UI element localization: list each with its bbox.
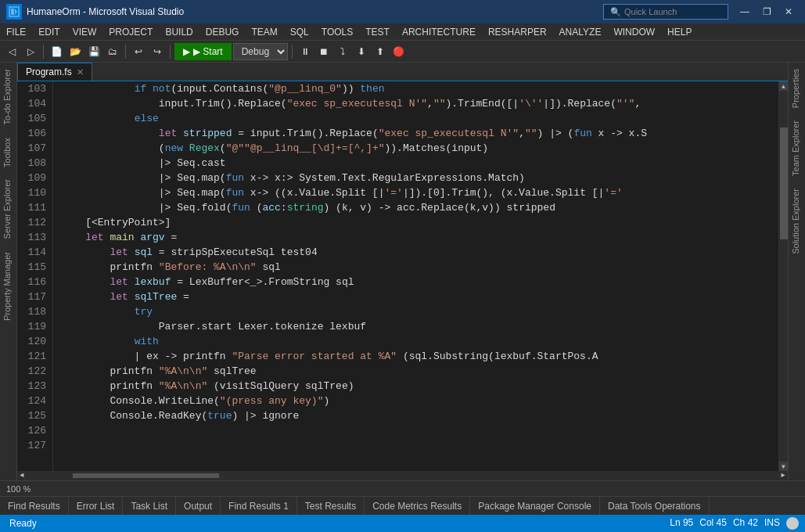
line-number: 107 [23, 141, 46, 156]
svg-marker-2 [15, 9, 17, 15]
save-button[interactable]: 💾 [85, 43, 102, 60]
step-in-button[interactable]: ⬇ [353, 43, 370, 60]
vertical-scrollbar[interactable]: ▲ ▼ [778, 81, 788, 471]
menu-architecture[interactable]: ARCHITECTURE [396, 23, 482, 40]
line-number: 110 [23, 185, 46, 200]
code-line: let stripped = input.Trim().Replace("exe… [61, 126, 778, 141]
scroll-track[interactable] [779, 91, 788, 462]
tab-error-list[interactable]: Error List [69, 497, 124, 515]
code-line: input.Trim().Replace("exec sp_executesql… [61, 96, 778, 111]
status-ch[interactable]: Ch 42 [730, 517, 761, 530]
line-number: 103 [23, 81, 46, 96]
sidebar-item-properties[interactable]: Properties [789, 63, 805, 114]
sidebar-item-toolbox[interactable]: Toolbox [0, 131, 16, 174]
sidebar-item-team-explorer[interactable]: Team Explorer [789, 114, 805, 182]
sidebar-item-solution-explorer[interactable]: Solution Explorer [789, 182, 805, 261]
line-number: 105 [23, 111, 46, 126]
menu-help[interactable]: HELP [661, 23, 698, 40]
tab-output[interactable]: Output [176, 497, 221, 515]
line-number: 114 [23, 245, 46, 260]
new-file-button[interactable]: 📄 [48, 43, 65, 60]
status-ins[interactable]: INS [761, 517, 783, 530]
h-scroll-track[interactable] [36, 472, 769, 480]
sidebar-item-server-explorer[interactable]: Server Explorer [0, 173, 16, 245]
tab-program-fs[interactable]: Program.fs ✕ [17, 63, 92, 81]
code-line: |> Seq.fold(fun (acc:string) (k, v) -> a… [61, 200, 778, 215]
scroll-right-arrow[interactable]: ► [778, 472, 788, 480]
step-out-button[interactable]: ⬆ [372, 43, 389, 60]
line-number: 125 [23, 408, 46, 423]
tab-task-list[interactable]: Task List [123, 497, 176, 515]
stop-button[interactable]: ⏹ [315, 43, 332, 60]
status-ln[interactable]: Ln 95 [667, 517, 696, 530]
back-button[interactable]: ◁ [3, 43, 20, 60]
tab-label: Program.fs [26, 66, 72, 77]
menu-project[interactable]: PROJECT [102, 23, 159, 40]
redo-button[interactable]: ↪ [149, 43, 166, 60]
close-button[interactable]: ✕ [778, 4, 799, 20]
menu-team[interactable]: TEAM [245, 23, 283, 40]
sidebar-item-todo[interactable]: To-do Explorer [0, 63, 16, 131]
code-line: Console.ReadKey(true) |> ignore [61, 408, 778, 423]
menu-window[interactable]: WINDOW [607, 23, 661, 40]
tab-find-results[interactable]: Find Results [0, 497, 69, 515]
pause-button[interactable]: ⏸ [296, 43, 314, 60]
svg-marker-1 [11, 9, 14, 15]
undo-button[interactable]: ↩ [130, 43, 147, 60]
quick-launch-label: Quick Launch [624, 7, 677, 16]
code-line: try [61, 304, 778, 319]
line-number: 106 [23, 126, 46, 141]
tab-close-icon[interactable]: ✕ [77, 67, 84, 77]
toolbar-separator-2 [125, 45, 126, 59]
save-all-button[interactable]: 🗂 [104, 43, 121, 60]
scroll-thumb[interactable] [780, 128, 788, 239]
line-numbers: 1031041051061071081091101111121131141151… [17, 81, 53, 471]
h-scroll-thumb[interactable] [73, 473, 219, 478]
left-sidebar: To-do Explorer Toolbox Server Explorer P… [0, 63, 17, 480]
step-over-button[interactable]: ⤵ [334, 43, 351, 60]
status-ready: Ready [6, 518, 40, 529]
line-number: 127 [23, 438, 46, 453]
scroll-left-arrow[interactable]: ◄ [17, 472, 27, 480]
code-line: [<EntryPoint>] [61, 215, 778, 230]
sidebar-item-property-manager[interactable]: Property Manager [0, 246, 16, 327]
horizontal-scrollbar[interactable]: ◄ ► [17, 471, 788, 480]
maximize-button[interactable]: ❐ [756, 4, 777, 20]
quick-launch-box[interactable]: 🔍 Quick Launch [603, 4, 728, 20]
line-number: 126 [23, 423, 46, 438]
tab-package-manager[interactable]: Package Manager Console [470, 497, 600, 515]
status-col[interactable]: Col 45 [696, 517, 730, 530]
debug-dropdown[interactable]: Debug [233, 43, 288, 60]
code-line: printfn "%A\n\n" (visitSqlQuery sqlTree) [61, 379, 778, 394]
tab-code-metrics[interactable]: Code Metrics Results [365, 497, 470, 515]
menu-analyze[interactable]: ANALYZE [553, 23, 608, 40]
code-editor[interactable]: 1031041051061071081091101111121131141151… [17, 81, 778, 471]
start-icon: ▶ [183, 46, 190, 57]
status-circle [786, 517, 799, 530]
status-right: Ln 95 Col 45 Ch 42 INS [667, 517, 799, 530]
tab-test-results[interactable]: Test Results [297, 497, 365, 515]
line-number: 115 [23, 260, 46, 275]
breakpoint-button[interactable]: 🔴 [390, 43, 408, 60]
menu-edit[interactable]: EDIT [32, 23, 66, 40]
menu-view[interactable]: VIEW [66, 23, 103, 40]
menu-build[interactable]: BUILD [159, 23, 199, 40]
open-button[interactable]: 📂 [66, 43, 84, 60]
menu-debug[interactable]: DEBUG [199, 23, 246, 40]
start-button[interactable]: ▶ ▶ Start [174, 43, 232, 60]
menu-file[interactable]: FILE [0, 23, 32, 40]
tab-find-results-1[interactable]: Find Results 1 [221, 497, 297, 515]
window-title: HumaneOrm - Microsoft Visual Studio [27, 6, 603, 17]
menu-tools[interactable]: TOOLS [315, 23, 359, 40]
tab-data-tools[interactable]: Data Tools Operations [600, 497, 710, 515]
scroll-down-arrow[interactable]: ▼ [779, 462, 789, 471]
scroll-up-arrow[interactable]: ▲ [779, 81, 789, 91]
menu-sql[interactable]: SQL [284, 23, 315, 40]
forward-button[interactable]: ▷ [22, 43, 39, 60]
menu-resharper[interactable]: RESHARPER [482, 23, 553, 40]
menu-test[interactable]: TEST [359, 23, 396, 40]
status-bar: Ready Ln 95 Col 45 Ch 42 INS [0, 515, 805, 532]
minimize-button[interactable]: — [735, 4, 755, 20]
code-line: printfn "%A\n\n" sqlTree [61, 364, 778, 379]
zoom-level[interactable]: 100 % [6, 484, 31, 494]
